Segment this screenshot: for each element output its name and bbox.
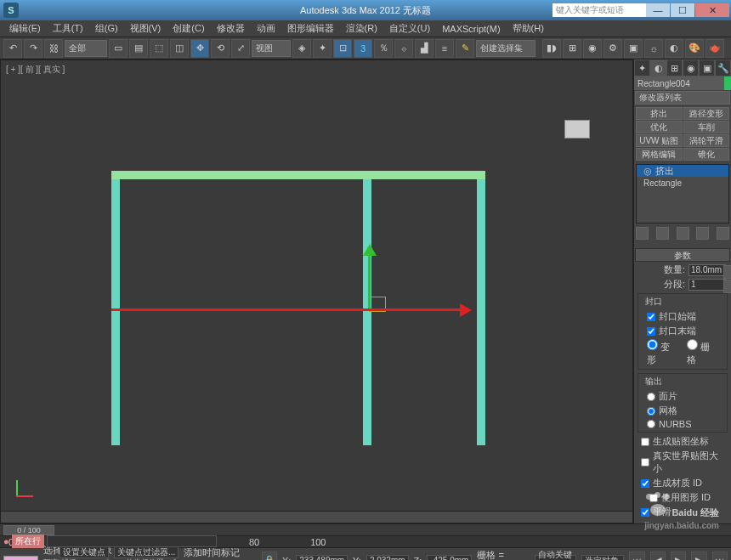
create-tab[interactable]: ✦ bbox=[634, 59, 650, 76]
manipulate-button[interactable]: ✦ bbox=[313, 39, 332, 58]
help-search-input[interactable]: 键入关键字或短语 bbox=[552, 3, 654, 17]
output-nurbs-radio[interactable] bbox=[647, 420, 655, 428]
maximize-button[interactable]: ☐ bbox=[671, 3, 694, 17]
teapot-icon[interactable]: 🫖 bbox=[706, 39, 724, 58]
params-rollout-header[interactable]: 参数 bbox=[635, 248, 730, 262]
cap-end-checkbox[interactable] bbox=[647, 327, 655, 336]
undo-button[interactable]: ↶ bbox=[3, 39, 22, 58]
cap-start-checkbox[interactable] bbox=[647, 313, 655, 321]
btn-extrude[interactable]: 挤出 bbox=[636, 107, 683, 120]
modifier-list-dropdown[interactable]: 修改器列表 bbox=[635, 91, 730, 105]
addtime-label[interactable]: 添加时间标记 bbox=[184, 546, 240, 559]
select-move-button[interactable]: ✥ bbox=[190, 39, 209, 58]
pin-stack-button[interactable] bbox=[636, 227, 649, 240]
gizmo-y-axis[interactable] bbox=[368, 247, 371, 311]
next-frame-button[interactable]: ▶ bbox=[691, 552, 706, 561]
hierarchy-tab[interactable]: ⊞ bbox=[666, 59, 683, 76]
viewport-label[interactable]: [ + ][ 前 ][ 真实 ] bbox=[6, 64, 65, 76]
utilities-tab[interactable]: 🔧 bbox=[715, 59, 731, 76]
gen-matid-checkbox[interactable] bbox=[641, 479, 649, 488]
output-mesh-radio[interactable] bbox=[647, 407, 655, 416]
close-button[interactable]: ✕ bbox=[695, 3, 729, 17]
y-coord-field[interactable]: 2.032mm bbox=[366, 555, 409, 561]
display-tab[interactable]: ▣ bbox=[699, 59, 715, 76]
btn-lathe[interactable]: 车削 bbox=[683, 121, 730, 133]
menu-rendering[interactable]: 渲染(R) bbox=[340, 22, 383, 35]
modifier-stack[interactable]: ◎挤出 Rectangle bbox=[636, 164, 729, 223]
curve-editor-button[interactable]: ▮◗ bbox=[542, 39, 561, 58]
keymode-dropdown[interactable]: 选定对象 bbox=[581, 555, 624, 561]
prev-frame-button[interactable]: ◀ bbox=[650, 552, 666, 561]
select-name-button[interactable]: ▤ bbox=[129, 39, 148, 58]
menu-help[interactable]: 帮助(H) bbox=[507, 22, 550, 35]
menu-edit[interactable]: 编辑(E) bbox=[3, 22, 47, 35]
named-selection-dropdown[interactable]: 创建选择集 bbox=[476, 40, 536, 57]
link-button[interactable]: ⛓ bbox=[44, 39, 63, 58]
redo-button[interactable]: ↷ bbox=[24, 39, 42, 58]
menu-animation[interactable]: 动画 bbox=[251, 22, 281, 35]
viewcube-icon[interactable] bbox=[564, 120, 590, 139]
spinner-snap-button[interactable]: ⟐ bbox=[394, 39, 413, 58]
output-patch-radio[interactable] bbox=[647, 393, 655, 401]
render-iter-button[interactable]: ◐ bbox=[665, 39, 683, 58]
goto-end-button[interactable]: ⏭ bbox=[712, 552, 728, 561]
configure-sets-button[interactable] bbox=[717, 227, 729, 240]
time-slider-thumb[interactable]: 0 / 100 bbox=[3, 525, 54, 535]
gen-map-checkbox[interactable] bbox=[641, 438, 649, 446]
snap-toggle-button[interactable]: ⊡ bbox=[333, 39, 352, 58]
align-button[interactable]: ≡ bbox=[435, 39, 454, 58]
remove-mod-button[interactable] bbox=[696, 227, 709, 240]
menu-modifiers[interactable]: 修改器 bbox=[211, 22, 251, 35]
layer-manager-button[interactable]: ✎ bbox=[456, 39, 474, 58]
window-crossing-button[interactable]: ◫ bbox=[170, 39, 189, 58]
show-result-button[interactable] bbox=[656, 227, 669, 240]
menu-maxscript[interactable]: MAXScript(M) bbox=[436, 24, 506, 34]
select-scale-button[interactable]: ⤢ bbox=[231, 39, 250, 58]
stack-item-extrude[interactable]: ◎挤出 bbox=[637, 165, 728, 177]
listener-input[interactable] bbox=[47, 535, 217, 547]
menu-tools[interactable]: 工具(T) bbox=[47, 22, 89, 35]
autokey-button[interactable]: 自动关键点 bbox=[535, 555, 576, 561]
realworld-checkbox[interactable] bbox=[641, 458, 649, 467]
object-name-field[interactable]: Rectangle004 bbox=[634, 76, 731, 90]
render-setup-button[interactable]: ⚙ bbox=[604, 39, 622, 58]
x-coord-field[interactable]: 233.489mm bbox=[296, 555, 348, 561]
select-object-button[interactable]: ▭ bbox=[109, 39, 128, 58]
menu-create[interactable]: 创建(C) bbox=[167, 22, 210, 35]
refcoord-dropdown[interactable]: 视图 bbox=[252, 40, 291, 57]
morph-radio[interactable] bbox=[647, 339, 658, 350]
z-coord-field[interactable]: -425.0mm bbox=[427, 555, 472, 561]
play-button[interactable]: ▶ bbox=[671, 552, 686, 561]
segments-spinner[interactable]: 1 bbox=[688, 279, 726, 291]
rendered-frame-button[interactable]: ▣ bbox=[624, 39, 643, 58]
horizontal-scrollbar[interactable] bbox=[1, 511, 632, 523]
gizmo-x-axis[interactable] bbox=[111, 308, 468, 311]
grid-radio[interactable] bbox=[687, 339, 698, 350]
mirror-button[interactable]: ▟ bbox=[415, 39, 434, 58]
selection-filter-dropdown[interactable]: 全部 bbox=[65, 40, 107, 57]
menu-group[interactable]: 组(G) bbox=[89, 22, 124, 35]
angle-snap-button[interactable]: 3 bbox=[354, 39, 372, 58]
color-swatch[interactable] bbox=[3, 556, 38, 561]
select-region-button[interactable]: ⬚ bbox=[150, 39, 168, 58]
render-prod-button[interactable]: ☼ bbox=[644, 39, 663, 58]
btn-pathdeform[interactable]: 路径变形 bbox=[683, 107, 730, 120]
material-editor-button[interactable]: ◉ bbox=[583, 39, 602, 58]
lock-selection-button[interactable]: 🔒 bbox=[262, 552, 277, 561]
btn-turbosmooth[interactable]: 涡轮平滑 bbox=[683, 134, 730, 147]
schematic-view-button[interactable]: ⊞ bbox=[563, 39, 581, 58]
modify-tab[interactable]: ◐ bbox=[650, 59, 666, 76]
quick-render-button[interactable]: 🎨 bbox=[685, 39, 704, 58]
btn-uvwmap[interactable]: UVW 贴图 bbox=[636, 134, 683, 147]
select-rotate-button[interactable]: ⟲ bbox=[211, 39, 230, 58]
setkey-button[interactable]: 设置关键点 bbox=[60, 546, 109, 558]
menu-grapheditors[interactable]: 图形编辑器 bbox=[281, 22, 340, 35]
percent-snap-button[interactable]: ％ bbox=[374, 39, 393, 58]
amount-spinner[interactable]: 18.0mm bbox=[688, 264, 726, 276]
stack-item-rectangle[interactable]: Rectangle bbox=[637, 177, 728, 189]
keyfilters-button[interactable]: 关键点过滤器... bbox=[114, 546, 178, 558]
viewport-front[interactable]: [ + ][ 前 ][ 真实 ] bbox=[0, 59, 633, 523]
goto-start-button[interactable]: ⏮ bbox=[629, 552, 644, 561]
time-slider[interactable]: 0 / 100 bbox=[0, 523, 731, 535]
menu-customize[interactable]: 自定义(U) bbox=[383, 22, 436, 35]
